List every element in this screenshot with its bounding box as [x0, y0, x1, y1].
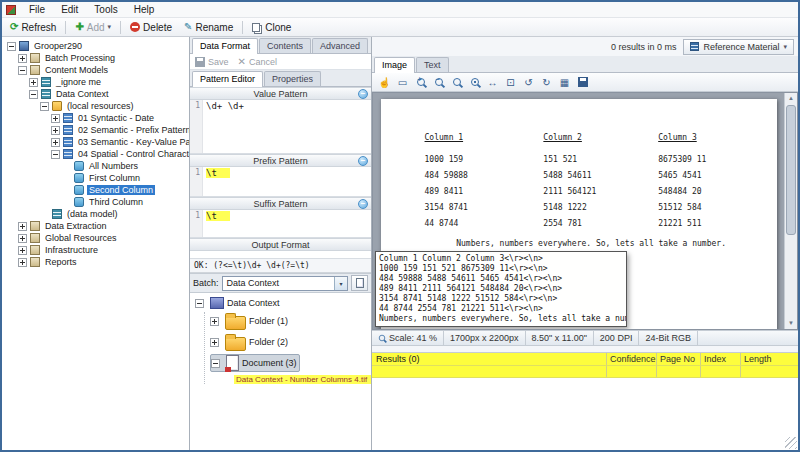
zoom-in-button[interactable]	[412, 75, 429, 90]
pan-button[interactable]: ☝	[376, 75, 393, 90]
select-button[interactable]: ▭	[394, 75, 411, 90]
expand-icon[interactable]	[18, 234, 27, 243]
suffix-pattern-editor[interactable]: 1 \t	[190, 210, 371, 238]
tree-item-01-syntactic-date[interactable]: 01 Syntactic - Date	[4, 112, 189, 124]
tab-advanced[interactable]: Advanced	[312, 38, 368, 53]
save-button[interactable]: Save	[195, 57, 229, 67]
document-row: 1000 159 151 521 8675309 11	[381, 155, 777, 165]
collapse-icon[interactable]	[29, 90, 38, 99]
tree-item-second-column[interactable]: Second Column	[4, 184, 189, 196]
rename-button[interactable]: ✎ Rename	[181, 21, 236, 34]
tree-item-ignore-me[interactable]: _ignore me	[4, 76, 189, 88]
collapse-icon[interactable]	[195, 299, 204, 308]
collapse-icon[interactable]	[40, 102, 49, 111]
batch-root-item[interactable]: Data Context	[195, 297, 371, 309]
menu-file[interactable]: File	[22, 3, 52, 16]
viewer-scrollbar[interactable]: ▲ ▼	[784, 93, 797, 329]
batch-combo[interactable]: Data Context ▾	[222, 276, 348, 291]
refresh-icon: ⟳	[10, 22, 18, 32]
expand-icon[interactable]	[51, 138, 60, 147]
output-format-header: Output Format	[190, 238, 371, 251]
expand-icon[interactable]	[18, 258, 27, 267]
node-icon	[30, 245, 40, 255]
fit-page-button[interactable]: ⊡	[502, 75, 519, 90]
scrollbar-thumb[interactable]	[786, 105, 796, 235]
batch-folder-item[interactable]: Folder (2)	[210, 333, 371, 351]
tree-item-data-model[interactable]: (data model)	[4, 208, 189, 220]
value-pattern-editor[interactable]: 1 \d+ \d+	[190, 100, 371, 154]
zoom-actual-button[interactable]	[466, 75, 483, 90]
tree-item-third-column[interactable]: Third Column	[4, 196, 189, 208]
reference-material-button[interactable]: Reference Material ▾	[683, 39, 794, 55]
expand-icon[interactable]	[29, 78, 38, 87]
rotate-right-button[interactable]: ↻	[538, 75, 555, 90]
prefix-pattern-editor[interactable]: 1 \t	[190, 167, 371, 197]
resize-grip[interactable]	[785, 437, 797, 449]
tab-image[interactable]: Image	[374, 57, 415, 73]
menu-edit[interactable]: Edit	[54, 3, 85, 16]
zoom-out-button[interactable]	[430, 75, 447, 90]
tree-item-data-context[interactable]: Data Context	[4, 88, 189, 100]
scroll-down-icon[interactable]: ▼	[785, 318, 797, 329]
tree-item-03-semantic-kvp[interactable]: 03 Semantic - Key-Value Pairs	[4, 136, 189, 148]
line-number: 1	[190, 210, 203, 237]
results-column-pageno[interactable]: Page No	[656, 353, 700, 365]
collapse-section-button[interactable]: −	[358, 89, 368, 99]
zoom-window-button[interactable]	[448, 75, 465, 90]
tab-properties[interactable]: Properties	[264, 71, 321, 86]
results-body	[372, 378, 798, 450]
tree-item-infrastructure[interactable]: Infrastructure	[4, 244, 189, 256]
scroll-up-icon[interactable]: ▲	[785, 93, 797, 104]
tree-item-global-resources[interactable]: Global Resources	[4, 232, 189, 244]
collapse-icon[interactable]	[18, 66, 27, 75]
tree-item-local-resources[interactable]: (local resources)	[4, 100, 189, 112]
menu-help[interactable]: Help	[127, 3, 162, 16]
rotate-left-button[interactable]: ↺	[520, 75, 537, 90]
clone-button[interactable]: Clone	[249, 21, 294, 34]
save-image-button[interactable]	[574, 75, 591, 90]
collapse-icon[interactable]	[211, 359, 220, 368]
batch-page-hit[interactable]: Data Context - Number Columns 4.tif	[234, 375, 371, 384]
tree-item-batch-processing[interactable]: Batch Processing	[4, 52, 189, 64]
tree-item-all-numbers[interactable]: All Numbers	[4, 160, 189, 172]
batch-open-button[interactable]	[351, 275, 368, 291]
results-column-confidence[interactable]: Confidence	[606, 353, 656, 365]
expand-icon[interactable]	[18, 54, 27, 63]
refresh-button[interactable]: ⟳ Refresh	[7, 21, 59, 34]
expand-icon[interactable]	[51, 114, 60, 123]
expand-icon[interactable]	[210, 317, 219, 326]
tree-item-first-column[interactable]: First Column	[4, 172, 189, 184]
collapse-icon[interactable]	[7, 42, 16, 51]
collapse-icon[interactable]	[51, 150, 60, 159]
batch-folder-item[interactable]: Folder (1)	[210, 312, 371, 330]
tab-pattern-editor[interactable]: Pattern Editor	[192, 71, 263, 87]
menu-tools[interactable]: Tools	[87, 3, 124, 16]
tab-data-format[interactable]: Data Format	[192, 38, 258, 54]
thumbnails-button[interactable]: ▦	[556, 75, 573, 90]
tree-item-data-extraction[interactable]: Data Extraction	[4, 220, 189, 232]
results-column-index[interactable]: Index	[700, 353, 740, 365]
field-icon	[74, 173, 84, 183]
chevron-down-icon[interactable]: ▾	[334, 277, 347, 290]
batch-document-item[interactable]: Document (3)	[210, 354, 300, 372]
tab-contents[interactable]: Contents	[259, 38, 311, 53]
tree-item-grooper290[interactable]: Grooper290	[4, 40, 189, 52]
expand-icon[interactable]	[210, 338, 219, 347]
expand-icon[interactable]	[18, 246, 27, 255]
toolbar-separator	[65, 21, 66, 34]
tab-text[interactable]: Text	[416, 57, 449, 72]
results-column-length[interactable]: Length	[740, 353, 798, 365]
tree-item-02-semantic-prefix[interactable]: 02 Semantic - Prefix Patterns	[4, 124, 189, 136]
delete-button[interactable]: Delete	[127, 21, 175, 34]
tree-item-content-models[interactable]: Content Models	[4, 64, 189, 76]
tree-item-04-spatial-control[interactable]: 04 Spatial - Control Characters	[4, 148, 189, 160]
add-button[interactable]: ✚ Add ▾	[72, 21, 114, 34]
expand-icon[interactable]	[18, 222, 27, 231]
cancel-button[interactable]: ✕ Cancel	[238, 57, 277, 67]
collapse-section-button[interactable]: −	[358, 156, 368, 166]
collapse-section-button[interactable]: −	[358, 199, 368, 209]
tree-item-reports[interactable]: Reports	[4, 256, 189, 268]
expand-icon[interactable]	[51, 126, 60, 135]
fit-width-button[interactable]: ↔	[484, 75, 501, 90]
image-viewer[interactable]: Column 1 Column 2 Column 3 1000 159 151 …	[372, 92, 798, 330]
